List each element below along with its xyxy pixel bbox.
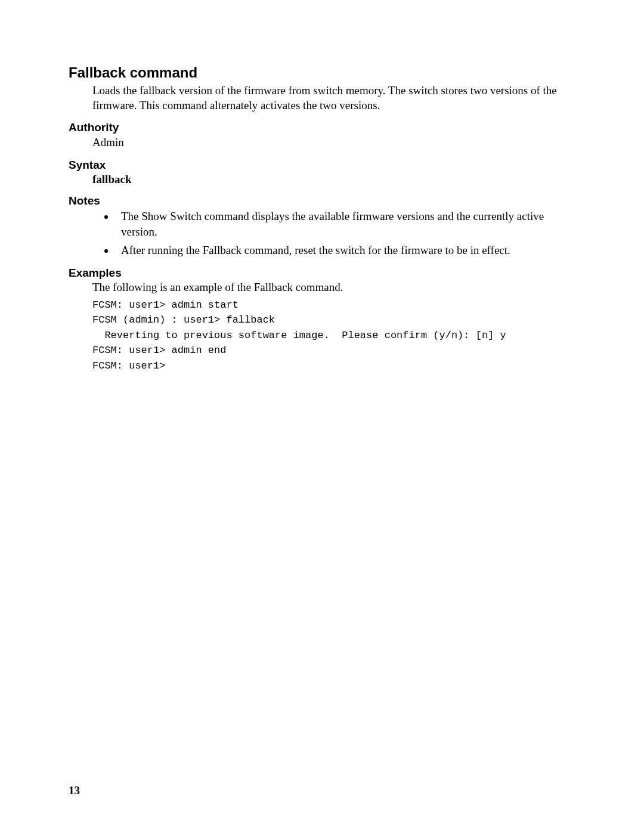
intro-paragraph: Loads the fallback version of the firmwa… <box>92 83 575 113</box>
notes-item: After running the Fallback command, rese… <box>115 243 575 258</box>
authority-body: Admin <box>92 135 575 150</box>
authority-heading: Authority <box>69 121 575 134</box>
page-title: Fallback command <box>69 64 575 81</box>
examples-heading: Examples <box>69 267 575 280</box>
example-code-block: FCSM: user1> admin start FCSM (admin) : … <box>92 298 575 374</box>
examples-intro: The following is an example of the Fallb… <box>92 281 575 294</box>
syntax-heading: Syntax <box>69 159 575 172</box>
syntax-body: fallback <box>92 173 575 186</box>
notes-list: The Show Switch command displays the ava… <box>92 209 575 258</box>
notes-item: The Show Switch command displays the ava… <box>115 209 575 239</box>
page-number: 13 <box>69 784 80 797</box>
document-page: Fallback command Loads the fallback vers… <box>0 0 644 373</box>
notes-heading: Notes <box>69 194 575 208</box>
